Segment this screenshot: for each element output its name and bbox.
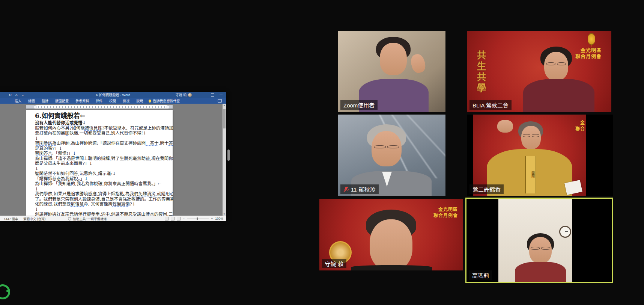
- participant-name: 11-羅秋珍: [351, 185, 376, 193]
- ribbon-tabs: 插入繪圖設計版面配置參考資料郵件校閱檢視說明: [11, 98, 146, 103]
- sash-text: 國際: [525, 156, 536, 193]
- desktop: Ω A ⌄ 6.如何實踐般若 - Word 守婉 賴 插入繪圖設計版面配置參考資…: [0, 0, 644, 305]
- participant-name: 高瑪莉: [472, 271, 489, 279]
- video-content: 金 聯合 國際: [473, 115, 586, 196]
- ribbon-display-options-icon[interactable]: [211, 93, 214, 97]
- status-bar: 1447 個字 繁體中文 (台灣) 協助工具: 一切準備就緒 − + 100%: [0, 216, 226, 221]
- language-status[interactable]: 繁體中文 (台灣): [23, 216, 45, 221]
- account-user-name: 守婉 賴: [175, 92, 187, 97]
- person-glasses: [374, 145, 399, 148]
- document-line: 是真的嗎?」↓: [35, 146, 169, 151]
- ribbon-tab-說明[interactable]: 說明: [133, 98, 146, 103]
- document-line: 智閑參訪為山禪師,為山禪師問道:「聽說你在百丈禪師處問一答十,問十答百,: [35, 141, 169, 146]
- person-face: [372, 131, 402, 166]
- account-avatar: [188, 93, 192, 97]
- lantern-icon: [588, 33, 595, 45]
- print-layout-button[interactable]: [171, 217, 175, 220]
- video-tile-lai[interactable]: 金光明區 聯合月例會 守婉 賴: [319, 199, 463, 270]
- window-controls: [211, 92, 226, 98]
- horizontal-ruler[interactable]: [26, 105, 173, 109]
- web-layout-button[interactable]: [177, 217, 181, 220]
- ribbon-tab-參考資料[interactable]: 參考資料: [72, 98, 92, 103]
- vertical-scrollbar[interactable]: ▲ ▼: [223, 104, 226, 216]
- indent-marker[interactable]: [34, 106, 36, 108]
- ribbon-tab-檢視[interactable]: 檢視: [119, 98, 133, 103]
- ribbon-tab-設計[interactable]: 設計: [38, 98, 52, 103]
- floating-widget-icon[interactable]: [0, 284, 10, 299]
- read-mode-button[interactable]: [165, 217, 169, 220]
- text-cursor: [102, 232, 102, 236]
- accessibility-icon: [68, 217, 71, 220]
- person-glasses: [531, 247, 550, 250]
- zoom-level[interactable]: 100%: [215, 217, 223, 220]
- participant-name: BLIA 鶯歌二會: [472, 101, 509, 109]
- participant-label: 守婉 賴: [322, 259, 346, 268]
- font-a-icon[interactable]: A: [15, 93, 18, 97]
- indent-marker[interactable]: [167, 106, 169, 108]
- ribbon-tab-校閱[interactable]: 校閱: [106, 98, 119, 103]
- participant-name: 守婉 賴: [325, 260, 343, 267]
- event-logo-text: 金 聯合: [575, 120, 585, 132]
- person-face: [521, 126, 541, 149]
- accessibility-status[interactable]: 協助工具: 一切準備就緒: [73, 216, 107, 221]
- window-resize-handle[interactable]: [227, 149, 230, 161]
- document-line: 沒有人能代替你活或覺悟↓: [35, 121, 169, 126]
- scroll-down-icon[interactable]: ▼: [223, 213, 226, 215]
- video-tile-gao-active-speaker[interactable]: 高瑪莉: [465, 198, 613, 283]
- comments-icon[interactable]: [218, 99, 222, 103]
- person-face: [370, 219, 412, 270]
- minimize-icon[interactable]: [220, 95, 223, 95]
- scroll-up-icon[interactable]: ▲: [223, 104, 226, 106]
- video-tile-xu[interactable]: 金 聯合 國際 鶯二許錦香: [467, 115, 613, 196]
- document-line: 智閑答言:「慚愧!」↓: [35, 151, 169, 156]
- scrollbar-thumb[interactable]: [223, 109, 226, 128]
- video-content: [498, 199, 572, 283]
- participant-label: 鶯二許錦香: [469, 184, 504, 194]
- zoom-slider[interactable]: [187, 219, 209, 219]
- qat-dropdown-icon[interactable]: ⌄: [21, 93, 24, 97]
- video-tile-zoom-user[interactable]: Zoom使用者: [338, 31, 445, 112]
- event-logo-line1: 金光明區: [575, 47, 602, 53]
- person-face: [380, 43, 407, 75]
- ribbon-tab-繪圖[interactable]: 繪圖: [25, 98, 38, 103]
- person-glasses: [546, 62, 566, 65]
- account-user[interactable]: 守婉 賴: [175, 92, 192, 98]
- participant-label: 高瑪莉: [469, 270, 492, 280]
- tell-me-label: 告訴我您想做什麼: [153, 98, 180, 103]
- video-tile-blia[interactable]: 共生共學 金光明區 聯合月例會 BLIA 鶯歌二會: [467, 31, 611, 112]
- tell-me-box[interactable]: 告訴我您想做什麼: [149, 98, 180, 103]
- document-page[interactable]: 6.如何實踐般若←沒有人能代替你活或覺悟↓般若如何內心本具?如何能體悟見性?不依…: [26, 110, 173, 216]
- person-face: [529, 237, 552, 263]
- document-line: 般若如何內心本具?如何能體悟見性?不依靠聖水、符咒或是上師的灌頂加持,: [35, 126, 169, 131]
- mic-muted-icon: [343, 186, 349, 192]
- calligraphy-banner: 共生共學: [474, 50, 487, 94]
- person-body: [523, 79, 594, 112]
- event-logo-line2: 聯合: [575, 126, 585, 132]
- document-line: 為山禪師:「這不過是世間上聰明的辯解,對了生脫死毫無助益,現在我問你,什: [35, 156, 169, 162]
- video-tile-luo[interactable]: 11-羅秋珍: [338, 115, 445, 196]
- document-line: 化的練習,我們想要解悟慧命, 又何嘗能夠輕慢貪懶?↓: [35, 202, 169, 207]
- document-area: 6.如何實踐般若←沒有人能代替你活或覺悟↓般若如何內心本具?如何能體悟見性?不依…: [0, 104, 226, 216]
- person-hand: [497, 120, 513, 133]
- word-titlebar[interactable]: Ω A ⌄ 6.如何實踐般若 - Word 守婉 賴: [0, 92, 226, 98]
- quick-access-toolbar: Ω A ⌄: [9, 93, 24, 97]
- document-line: 迴謙禪師與好友宗元結伴行腳參學,途中,迴謙不能忍受跋山涉水的疲困,三番兩: [35, 212, 169, 216]
- document-line: 了。我們若是只旁觀別人鍛鍊身體,自己是不會強壯敏捷的。工作的專業需要系統: [35, 197, 169, 202]
- ribbon-tab-插入[interactable]: 插入: [11, 98, 25, 103]
- person-glasses: [523, 134, 539, 137]
- word-window: Ω A ⌄ 6.如何實踐般若 - Word 守婉 賴 插入繪圖設計版面配置參考資…: [0, 92, 226, 221]
- wall-clock: [559, 226, 571, 238]
- zoom-in-icon[interactable]: +: [211, 217, 213, 220]
- word-count[interactable]: 1447 個字: [4, 216, 18, 221]
- ribbon-bar: 插入繪圖設計版面配置參考資料郵件校閱檢視說明 告訴我您想做什麼: [0, 98, 226, 104]
- omega-symbol-icon[interactable]: Ω: [9, 93, 12, 97]
- event-logo-line1: 金光明區: [433, 207, 458, 213]
- event-logo-text: 金光明區 聯合月例會: [575, 47, 602, 59]
- ribbon-tab-郵件[interactable]: 郵件: [92, 98, 106, 103]
- ribbon-tab-版面配置[interactable]: 版面配置: [52, 98, 72, 103]
- document-line: ↓: [35, 136, 169, 141]
- zoom-out-icon[interactable]: −: [183, 217, 185, 220]
- participant-name: Zoom使用者: [343, 101, 375, 109]
- document-line: 我們學佛,如果只是追求勝境感應,貪得上師指點,為我們免難消災,就錯用心機: [35, 192, 169, 197]
- document-line: 智閑茫然不知如何回答,沉思許久,請示道:↓: [35, 171, 169, 177]
